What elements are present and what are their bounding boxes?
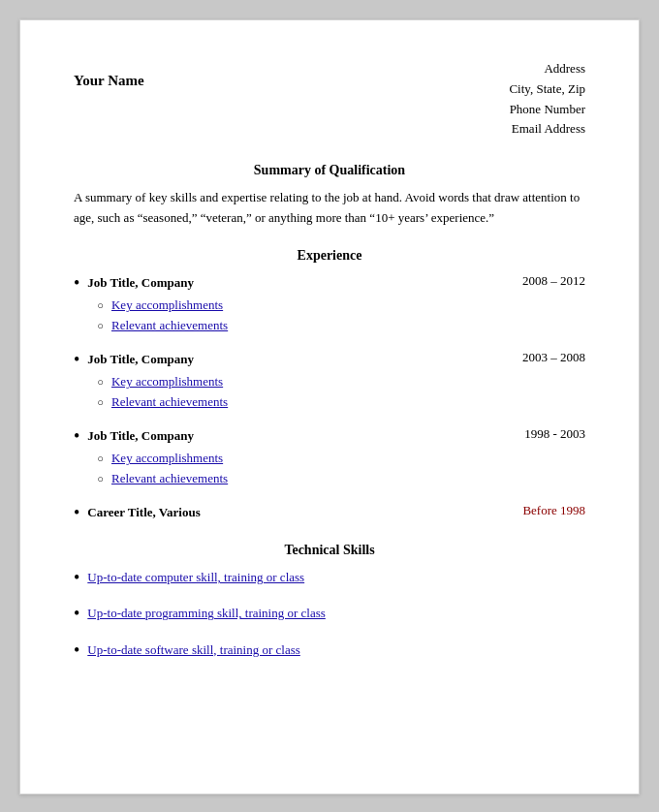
sub-item-accomplishments-2: ○ Key accomplishments bbox=[97, 372, 479, 392]
tech-item-1: • Up-to-date computer skill, training or… bbox=[74, 568, 585, 590]
sub-item-achievements-3: ○ Relevant achievements bbox=[97, 469, 479, 489]
experience-content-4: Career Title, Various bbox=[87, 503, 479, 522]
achievements-text-3: Relevant achievements bbox=[111, 469, 228, 489]
experience-content-3: Job Title, Company ○ Key accomplishments… bbox=[87, 426, 479, 489]
tech-skill-1: Up-to-date computer skill, training or c… bbox=[87, 568, 304, 587]
experience-item-3: • Job Title, Company ○ Key accomplishmen… bbox=[74, 426, 585, 489]
summary-title: Summary of Qualification bbox=[74, 163, 585, 178]
sub-bullet-icon: ○ bbox=[97, 394, 104, 412]
sub-item-achievements-2: ○ Relevant achievements bbox=[97, 392, 479, 413]
technical-skills-section: Technical Skills • Up-to-date computer s… bbox=[74, 543, 585, 663]
sub-list-2: ○ Key accomplishments ○ Relevant achieve… bbox=[87, 372, 479, 413]
accomplishments-text-1: Key accomplishments bbox=[111, 296, 223, 316]
experience-left-2: • Job Title, Company ○ Key accomplishmen… bbox=[74, 350, 479, 413]
summary-section: Summary of Qualification A summary of ke… bbox=[74, 163, 585, 229]
sub-list-3: ○ Key accomplishments ○ Relevant achieve… bbox=[87, 449, 479, 489]
sub-item-achievements-1: ○ Relevant achievements bbox=[97, 316, 479, 336]
date-range-4: Before 1998 bbox=[498, 503, 585, 518]
experience-item-1: • Job Title, Company ○ Key accomplishmen… bbox=[74, 273, 585, 336]
experience-list: • Job Title, Company ○ Key accomplishmen… bbox=[74, 273, 585, 525]
bullet-icon-2: • bbox=[74, 348, 79, 372]
achievements-text-1: Relevant achievements bbox=[111, 316, 228, 336]
header-section: Your Name Address City, State, Zip Phone… bbox=[74, 59, 585, 140]
sub-list-1: ○ Key accomplishments ○ Relevant achieve… bbox=[87, 296, 479, 336]
experience-title: Experience bbox=[74, 248, 585, 264]
job-title-4: Career Title, Various bbox=[87, 503, 479, 522]
experience-content-2: Job Title, Company ○ Key accomplishments… bbox=[87, 350, 479, 413]
bullet-icon-1: • bbox=[74, 271, 79, 296]
sub-bullet-icon: ○ bbox=[97, 451, 104, 468]
summary-text: A summary of key skills and expertise re… bbox=[74, 188, 585, 229]
sub-bullet-icon: ○ bbox=[97, 297, 104, 315]
sub-item-accomplishments-3: ○ Key accomplishments bbox=[97, 449, 479, 469]
technical-skills-title: Technical Skills bbox=[74, 543, 585, 558]
bullet-icon-4: • bbox=[74, 501, 79, 525]
accomplishments-text-2: Key accomplishments bbox=[111, 372, 223, 392]
sub-bullet-icon: ○ bbox=[97, 374, 104, 391]
phone-line: Phone Number bbox=[509, 100, 585, 120]
experience-left-1: • Job Title, Company ○ Key accomplishmen… bbox=[74, 273, 479, 336]
sub-bullet-icon: ○ bbox=[97, 318, 104, 335]
date-range-2: 2003 – 2008 bbox=[498, 350, 585, 365]
tech-skill-2: Up-to-date programming skill, training o… bbox=[87, 604, 326, 623]
experience-section: Experience • Job Title, Company ○ Key ac… bbox=[74, 248, 585, 525]
address-line: Address bbox=[509, 59, 585, 79]
applicant-name: Your Name bbox=[74, 59, 144, 89]
tech-bullet-icon-3: • bbox=[74, 639, 79, 663]
tech-skill-3: Up-to-date software skill, training or c… bbox=[87, 640, 300, 660]
sub-bullet-icon: ○ bbox=[97, 471, 104, 488]
date-range-3: 1998 - 2003 bbox=[498, 426, 585, 442]
resume-page: Your Name Address City, State, Zip Phone… bbox=[19, 19, 640, 795]
contact-info: Address City, State, Zip Phone Number Em… bbox=[509, 59, 585, 140]
tech-item-2: • Up-to-date programming skill, training… bbox=[74, 604, 585, 626]
tech-item-3: • Up-to-date software skill, training or… bbox=[74, 640, 585, 663]
experience-item-4: • Career Title, Various Before 1998 bbox=[74, 503, 585, 525]
email-line: Email Address bbox=[509, 119, 585, 140]
experience-item-2: • Job Title, Company ○ Key accomplishmen… bbox=[74, 350, 585, 413]
achievements-text-2: Relevant achievements bbox=[111, 392, 228, 413]
city-state-zip-line: City, State, Zip bbox=[509, 79, 585, 100]
date-range-1: 2008 – 2012 bbox=[498, 273, 585, 289]
experience-content-1: Job Title, Company ○ Key accomplishments… bbox=[87, 273, 479, 336]
experience-left-4: • Career Title, Various bbox=[74, 503, 479, 525]
experience-left-3: • Job Title, Company ○ Key accomplishmen… bbox=[74, 426, 479, 489]
bullet-icon-3: • bbox=[74, 424, 79, 449]
sub-item-accomplishments-1: ○ Key accomplishments bbox=[97, 296, 479, 316]
job-title-2: Job Title, Company bbox=[87, 350, 479, 369]
accomplishments-text-3: Key accomplishments bbox=[111, 449, 223, 469]
job-title-1: Job Title, Company bbox=[87, 273, 479, 293]
tech-bullet-icon-1: • bbox=[74, 566, 79, 590]
tech-skills-list: • Up-to-date computer skill, training or… bbox=[74, 568, 585, 663]
job-title-3: Job Title, Company bbox=[87, 426, 479, 446]
tech-bullet-icon-2: • bbox=[74, 602, 79, 626]
